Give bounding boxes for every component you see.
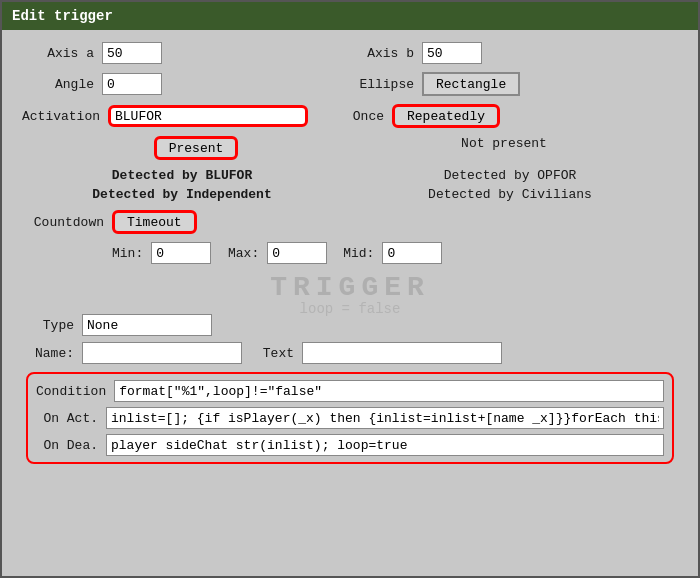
detected-civilians-label: Detected by Civilians	[342, 187, 678, 202]
edit-trigger-window: Edit trigger Axis a Axis b Angle Ellipse…	[0, 0, 700, 578]
max-label: Max:	[227, 246, 267, 261]
scripts-section: Condition On Act. On Dea.	[26, 372, 674, 464]
text-input[interactable]	[302, 342, 502, 364]
repeatedly-button[interactable]: Repeatedly	[392, 104, 500, 128]
title-bar: Edit trigger	[2, 2, 698, 30]
axis-a-label: Axis a	[22, 46, 102, 61]
axis-a-input[interactable]	[102, 42, 162, 64]
min-label: Min:	[112, 246, 151, 261]
present-button[interactable]: Present	[154, 136, 239, 160]
once-label: Once	[342, 109, 392, 124]
trigger-watermark-sub: loop = false	[22, 301, 678, 317]
on-act-label: On Act.	[36, 411, 106, 426]
name-input[interactable]	[82, 342, 242, 364]
activation-label: Activation	[22, 109, 108, 124]
angle-input[interactable]	[102, 73, 162, 95]
mid-input[interactable]	[382, 242, 442, 264]
ellipse-label: Ellipse	[342, 77, 422, 92]
type-label: Type	[22, 318, 82, 333]
axis-b-input[interactable]	[422, 42, 482, 64]
condition-label: Condition	[36, 384, 114, 399]
axis-b-label: Axis b	[342, 46, 422, 61]
trigger-watermark: TRIGGER	[22, 272, 678, 303]
countdown-label: Countdown	[22, 215, 112, 230]
ellipse-rectangle-button[interactable]: Rectangle	[422, 72, 520, 96]
timeout-button[interactable]: Timeout	[112, 210, 197, 234]
max-input[interactable]	[267, 242, 327, 264]
not-present-label: Not present	[461, 136, 547, 160]
name-label: Name:	[22, 346, 82, 361]
on-act-input[interactable]	[106, 407, 664, 429]
on-dea-input[interactable]	[106, 434, 664, 456]
detected-independent-label: Detected by Independent	[22, 187, 342, 202]
detected-blufor-label: Detected by BLUFOR	[22, 168, 342, 183]
window-title: Edit trigger	[12, 8, 113, 24]
type-input[interactable]	[82, 314, 212, 336]
on-dea-label: On Dea.	[36, 438, 106, 453]
activation-input[interactable]	[108, 105, 308, 127]
angle-label: Angle	[22, 77, 102, 92]
detected-opfor-label: Detected by OPFOR	[342, 168, 678, 183]
condition-input[interactable]	[114, 380, 664, 402]
min-input[interactable]	[151, 242, 211, 264]
text-label: Text	[262, 346, 302, 361]
mid-label: Mid:	[343, 246, 382, 261]
